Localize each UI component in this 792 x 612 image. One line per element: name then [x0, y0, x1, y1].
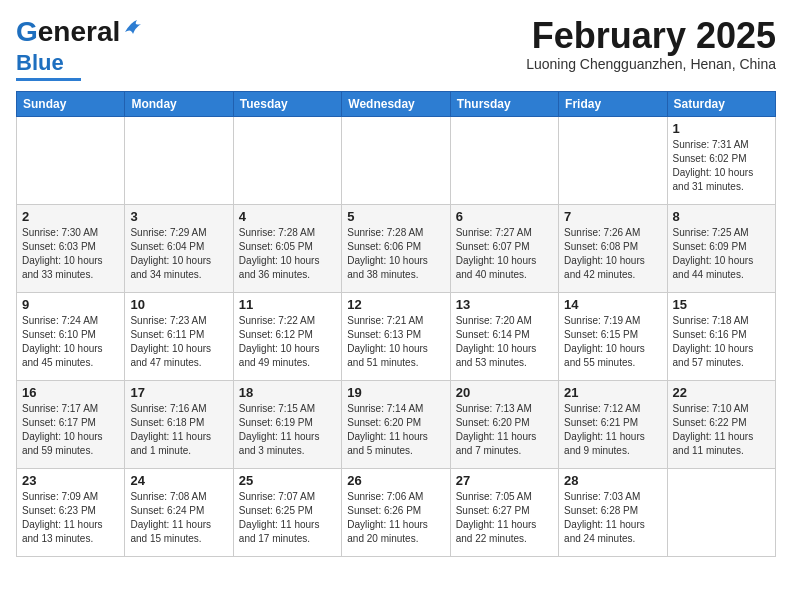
- day-cell: 11Sunrise: 7:22 AM Sunset: 6:12 PM Dayli…: [233, 293, 341, 381]
- day-info: Sunrise: 7:17 AM Sunset: 6:17 PM Dayligh…: [22, 402, 119, 458]
- day-info: Sunrise: 7:20 AM Sunset: 6:14 PM Dayligh…: [456, 314, 553, 370]
- header-cell-saturday: Saturday: [667, 92, 775, 117]
- day-number: 13: [456, 297, 553, 312]
- day-number: 23: [22, 473, 119, 488]
- week-row-3: 9Sunrise: 7:24 AM Sunset: 6:10 PM Daylig…: [17, 293, 776, 381]
- header-cell-friday: Friday: [559, 92, 667, 117]
- day-cell: 4Sunrise: 7:28 AM Sunset: 6:05 PM Daylig…: [233, 205, 341, 293]
- day-info: Sunrise: 7:03 AM Sunset: 6:28 PM Dayligh…: [564, 490, 661, 546]
- day-cell: [125, 117, 233, 205]
- day-number: 1: [673, 121, 770, 136]
- day-number: 8: [673, 209, 770, 224]
- day-number: 3: [130, 209, 227, 224]
- day-info: Sunrise: 7:19 AM Sunset: 6:15 PM Dayligh…: [564, 314, 661, 370]
- day-info: Sunrise: 7:10 AM Sunset: 6:22 PM Dayligh…: [673, 402, 770, 458]
- day-number: 11: [239, 297, 336, 312]
- day-number: 6: [456, 209, 553, 224]
- logo-blue-text: Blue: [16, 50, 64, 76]
- logo-text: General: [16, 16, 120, 48]
- day-info: Sunrise: 7:08 AM Sunset: 6:24 PM Dayligh…: [130, 490, 227, 546]
- day-number: 24: [130, 473, 227, 488]
- day-cell: [342, 117, 450, 205]
- day-cell: 24Sunrise: 7:08 AM Sunset: 6:24 PM Dayli…: [125, 469, 233, 557]
- calendar-body: 1Sunrise: 7:31 AM Sunset: 6:02 PM Daylig…: [17, 117, 776, 557]
- logo-icon: General: [16, 16, 145, 48]
- day-number: 22: [673, 385, 770, 400]
- day-cell: 19Sunrise: 7:14 AM Sunset: 6:20 PM Dayli…: [342, 381, 450, 469]
- day-cell: [233, 117, 341, 205]
- day-number: 2: [22, 209, 119, 224]
- week-row-5: 23Sunrise: 7:09 AM Sunset: 6:23 PM Dayli…: [17, 469, 776, 557]
- logo: General Blue: [16, 16, 145, 81]
- day-number: 28: [564, 473, 661, 488]
- day-cell: 10Sunrise: 7:23 AM Sunset: 6:11 PM Dayli…: [125, 293, 233, 381]
- logo-underline: [16, 78, 81, 81]
- week-row-1: 1Sunrise: 7:31 AM Sunset: 6:02 PM Daylig…: [17, 117, 776, 205]
- day-info: Sunrise: 7:28 AM Sunset: 6:05 PM Dayligh…: [239, 226, 336, 282]
- day-number: 10: [130, 297, 227, 312]
- day-cell: [559, 117, 667, 205]
- day-cell: 7Sunrise: 7:26 AM Sunset: 6:08 PM Daylig…: [559, 205, 667, 293]
- day-info: Sunrise: 7:09 AM Sunset: 6:23 PM Dayligh…: [22, 490, 119, 546]
- day-cell: 22Sunrise: 7:10 AM Sunset: 6:22 PM Dayli…: [667, 381, 775, 469]
- day-info: Sunrise: 7:16 AM Sunset: 6:18 PM Dayligh…: [130, 402, 227, 458]
- day-info: Sunrise: 7:21 AM Sunset: 6:13 PM Dayligh…: [347, 314, 444, 370]
- day-info: Sunrise: 7:14 AM Sunset: 6:20 PM Dayligh…: [347, 402, 444, 458]
- day-cell: 3Sunrise: 7:29 AM Sunset: 6:04 PM Daylig…: [125, 205, 233, 293]
- day-info: Sunrise: 7:27 AM Sunset: 6:07 PM Dayligh…: [456, 226, 553, 282]
- day-number: 27: [456, 473, 553, 488]
- day-info: Sunrise: 7:06 AM Sunset: 6:26 PM Dayligh…: [347, 490, 444, 546]
- calendar-table: SundayMondayTuesdayWednesdayThursdayFrid…: [16, 91, 776, 557]
- location: Luoning Chengguanzhen, Henan, China: [526, 56, 776, 72]
- day-cell: 23Sunrise: 7:09 AM Sunset: 6:23 PM Dayli…: [17, 469, 125, 557]
- day-cell: [17, 117, 125, 205]
- header-cell-wednesday: Wednesday: [342, 92, 450, 117]
- day-info: Sunrise: 7:31 AM Sunset: 6:02 PM Dayligh…: [673, 138, 770, 194]
- day-cell: 27Sunrise: 7:05 AM Sunset: 6:27 PM Dayli…: [450, 469, 558, 557]
- day-cell: 20Sunrise: 7:13 AM Sunset: 6:20 PM Dayli…: [450, 381, 558, 469]
- header-cell-sunday: Sunday: [17, 92, 125, 117]
- day-number: 17: [130, 385, 227, 400]
- day-cell: 25Sunrise: 7:07 AM Sunset: 6:25 PM Dayli…: [233, 469, 341, 557]
- day-number: 12: [347, 297, 444, 312]
- day-cell: 28Sunrise: 7:03 AM Sunset: 6:28 PM Dayli…: [559, 469, 667, 557]
- day-number: 7: [564, 209, 661, 224]
- day-cell: 17Sunrise: 7:16 AM Sunset: 6:18 PM Dayli…: [125, 381, 233, 469]
- day-cell: 12Sunrise: 7:21 AM Sunset: 6:13 PM Dayli…: [342, 293, 450, 381]
- week-row-2: 2Sunrise: 7:30 AM Sunset: 6:03 PM Daylig…: [17, 205, 776, 293]
- header-cell-monday: Monday: [125, 92, 233, 117]
- day-info: Sunrise: 7:22 AM Sunset: 6:12 PM Dayligh…: [239, 314, 336, 370]
- day-number: 15: [673, 297, 770, 312]
- day-cell: 16Sunrise: 7:17 AM Sunset: 6:17 PM Dayli…: [17, 381, 125, 469]
- header-cell-tuesday: Tuesday: [233, 92, 341, 117]
- day-cell: 21Sunrise: 7:12 AM Sunset: 6:21 PM Dayli…: [559, 381, 667, 469]
- day-info: Sunrise: 7:26 AM Sunset: 6:08 PM Dayligh…: [564, 226, 661, 282]
- day-info: Sunrise: 7:15 AM Sunset: 6:19 PM Dayligh…: [239, 402, 336, 458]
- day-info: Sunrise: 7:18 AM Sunset: 6:16 PM Dayligh…: [673, 314, 770, 370]
- day-info: Sunrise: 7:05 AM Sunset: 6:27 PM Dayligh…: [456, 490, 553, 546]
- day-number: 20: [456, 385, 553, 400]
- day-number: 19: [347, 385, 444, 400]
- day-info: Sunrise: 7:29 AM Sunset: 6:04 PM Dayligh…: [130, 226, 227, 282]
- logo-bird-icon: [123, 18, 145, 36]
- day-number: 25: [239, 473, 336, 488]
- day-cell: 8Sunrise: 7:25 AM Sunset: 6:09 PM Daylig…: [667, 205, 775, 293]
- week-row-4: 16Sunrise: 7:17 AM Sunset: 6:17 PM Dayli…: [17, 381, 776, 469]
- day-cell: [667, 469, 775, 557]
- day-cell: 6Sunrise: 7:27 AM Sunset: 6:07 PM Daylig…: [450, 205, 558, 293]
- day-number: 9: [22, 297, 119, 312]
- day-number: 4: [239, 209, 336, 224]
- header-cell-thursday: Thursday: [450, 92, 558, 117]
- day-cell: 9Sunrise: 7:24 AM Sunset: 6:10 PM Daylig…: [17, 293, 125, 381]
- day-cell: [450, 117, 558, 205]
- day-info: Sunrise: 7:23 AM Sunset: 6:11 PM Dayligh…: [130, 314, 227, 370]
- day-info: Sunrise: 7:12 AM Sunset: 6:21 PM Dayligh…: [564, 402, 661, 458]
- day-info: Sunrise: 7:24 AM Sunset: 6:10 PM Dayligh…: [22, 314, 119, 370]
- day-number: 21: [564, 385, 661, 400]
- month-title: February 2025: [526, 16, 776, 56]
- day-cell: 5Sunrise: 7:28 AM Sunset: 6:06 PM Daylig…: [342, 205, 450, 293]
- day-number: 18: [239, 385, 336, 400]
- day-info: Sunrise: 7:28 AM Sunset: 6:06 PM Dayligh…: [347, 226, 444, 282]
- header-row: SundayMondayTuesdayWednesdayThursdayFrid…: [17, 92, 776, 117]
- day-cell: 14Sunrise: 7:19 AM Sunset: 6:15 PM Dayli…: [559, 293, 667, 381]
